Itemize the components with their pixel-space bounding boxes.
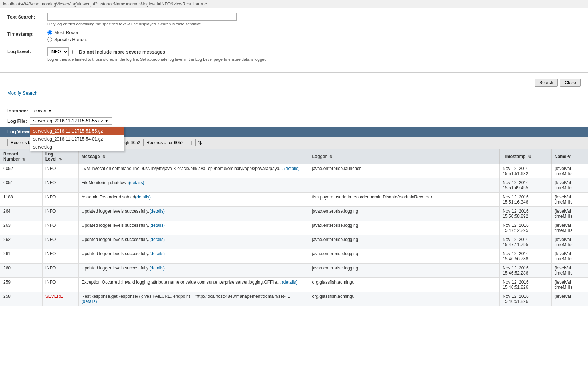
table-row: 6052INFOJVM invocation command line: /us… [0, 164, 588, 178]
details-link[interactable]: (details) [149, 265, 165, 271]
details-link[interactable]: (details) [284, 166, 300, 171]
cell-message: Updated logger levels successfully.(deta… [78, 221, 309, 235]
form-divider [0, 72, 588, 73]
col-name-value: Name-V [551, 149, 588, 164]
cell-message: Exception Occurred :Invalid logging attr… [78, 278, 309, 292]
instance-select[interactable]: server ▼ [31, 107, 55, 114]
timestamp-content: Most Recent Specific Range: [47, 30, 581, 44]
record-sort-icon[interactable]: ⇅ [22, 157, 25, 161]
cell-name-value: {levelValtimeMillis [551, 193, 588, 207]
cell-record-number: 258 [0, 292, 43, 306]
most-recent-radio[interactable] [47, 30, 52, 35]
cell-logger: javax.enterprise.logging [309, 249, 500, 264]
log-level-select[interactable]: INFO [47, 47, 69, 56]
table-row: 262INFOUpdated logger levels successfull… [0, 235, 588, 249]
logfile-dropdown-icon: ▼ [104, 118, 109, 123]
sort-icon: ⇅ [198, 140, 202, 145]
cell-name-value: {levelValtimeMillis [551, 278, 588, 292]
cell-logger [309, 178, 500, 193]
cell-log-level: INFO [42, 164, 78, 178]
timestamp-sort-icon[interactable]: ⇅ [528, 155, 531, 159]
cell-record-number: 264 [0, 207, 43, 221]
cell-log-level: INFO [42, 193, 78, 207]
cell-timestamp: Nov 12, 201615:50:58.892 [500, 207, 552, 221]
cell-log-level: SEVERE [42, 292, 78, 306]
col-logger: Logger ⇅ [309, 149, 500, 164]
specific-range-radio[interactable] [47, 37, 52, 42]
details-link[interactable]: (details) [149, 209, 165, 214]
logfile-option-1[interactable]: server.log_2016-11-12T15-54-01.gz [30, 135, 124, 143]
do-not-include-checkbox[interactable] [72, 50, 77, 54]
log-level-hint: Log entries are limited to those stored … [47, 57, 581, 62]
cell-name-value: {levelVal [551, 292, 588, 306]
cell-timestamp: Nov 12, 201615:47:12.295 [500, 221, 552, 235]
modify-search-link[interactable]: Modify Search [7, 90, 37, 96]
most-recent-label: Most Recent [54, 30, 81, 35]
cell-name-value: {levelValtimeMillis [551, 207, 588, 221]
records-after-button[interactable]: Records after 6052 [143, 139, 187, 146]
modify-search-section: Modify Search [0, 89, 588, 99]
instance-value: server [34, 108, 46, 113]
log-level-label: Log Level: [7, 47, 47, 54]
specific-range-label: Specific Range: [54, 37, 87, 42]
table-container: RecordNumber ⇅ LogLevel ⇅ Message ⇅ Logg… [0, 149, 588, 306]
cell-logger: javax.enterprise.logging [309, 264, 500, 278]
instance-dropdown-icon: ▼ [48, 108, 52, 113]
cell-log-level: INFO [42, 207, 78, 221]
details-link[interactable]: (details) [282, 280, 298, 285]
level-sort-icon[interactable]: ⇅ [59, 157, 62, 161]
details-link[interactable]: (details) [149, 237, 165, 242]
cell-record-number: 263 [0, 221, 43, 235]
text-search-input[interactable] [47, 13, 237, 21]
timestamp-row: Timestamp: Most Recent Specific Range: [7, 30, 581, 44]
cell-message: Updated logger levels successfully.(deta… [78, 207, 309, 221]
cell-logger: org.glassfish.admingui [309, 292, 500, 306]
details-link[interactable]: (details) [149, 251, 165, 256]
log-level-row: Log Level: INFO Do not include more seve… [7, 47, 581, 62]
cell-log-level: INFO [42, 178, 78, 193]
search-button[interactable]: Search [535, 79, 558, 87]
table-row: 259INFOException Occurred :Invalid loggi… [0, 278, 588, 292]
cell-record-number: 261 [0, 249, 43, 264]
logger-sort-icon[interactable]: ⇅ [329, 155, 332, 159]
logfile-dropdown: server.log_2016-11-12T15-51-55.gz server… [30, 127, 124, 151]
cell-message: FileMonitoring shutdown(details) [78, 178, 309, 193]
cell-logger: fish.payara.asadmin.recorder.admin.Disab… [309, 193, 500, 207]
timestamp-label: Timestamp: [7, 30, 47, 37]
action-bar: Search Close [0, 76, 588, 89]
cell-log-level: INFO [42, 249, 78, 264]
cell-timestamp: Nov 12, 201615:51:51.682 [500, 164, 552, 178]
details-link[interactable]: (details) [135, 194, 151, 200]
sort-toggle-button[interactable]: ⇅ [195, 139, 204, 146]
cell-name-value: {levelValtimeMillis [551, 264, 588, 278]
log-level-content: INFO Do not include more severe messages… [47, 47, 581, 62]
cell-message: Updated logger levels successfully.(deta… [78, 264, 309, 278]
logfile-option-2[interactable]: server.log [30, 143, 124, 151]
cell-record-number: 6052 [0, 164, 43, 178]
logfile-row: Log File: server.log_2016-11-12T15-51-55… [0, 117, 588, 127]
cell-timestamp: Nov 12, 201615:46:52.286 [500, 264, 552, 278]
cell-logger: org.glassfish.admingui [309, 278, 500, 292]
instance-row: Instance: server ▼ [0, 105, 588, 117]
cell-name-value: {levelValtimeMillis [551, 221, 588, 235]
text-search-hint: Only log entries containing the specifie… [47, 22, 581, 26]
specific-range-row: Specific Range: [47, 37, 581, 42]
cell-timestamp: Nov 12, 201615:46:51.826 [500, 278, 552, 292]
most-recent-row: Most Recent [47, 30, 581, 35]
cell-timestamp: Nov 12, 201615:47:11.795 [500, 235, 552, 249]
cell-record-number: 260 [0, 264, 43, 278]
logfile-option-0[interactable]: server.log_2016-11-12T15-51-55.gz [30, 127, 124, 135]
details-link[interactable]: (details) [149, 223, 165, 228]
close-button[interactable]: Close [560, 79, 581, 87]
cell-log-level: INFO [42, 221, 78, 235]
details-link[interactable]: (details) [82, 299, 97, 304]
text-search-label: Text Search: [7, 13, 47, 20]
cell-logger: javax.enterprise.logging [309, 235, 500, 249]
text-search-content: Only log entries containing the specifie… [47, 13, 581, 26]
logfile-select[interactable]: server.log_2016-11-12T15-51-55.gz ▼ [30, 117, 112, 125]
table-row: 258SEVERERestResponse.getResponse() give… [0, 292, 588, 306]
cell-name-value: {levelValtimeMillis [551, 249, 588, 264]
table-row: 6051INFOFileMonitoring shutdown(details)… [0, 178, 588, 193]
message-sort-icon[interactable]: ⇅ [102, 155, 105, 159]
details-link[interactable]: (details) [129, 180, 144, 185]
